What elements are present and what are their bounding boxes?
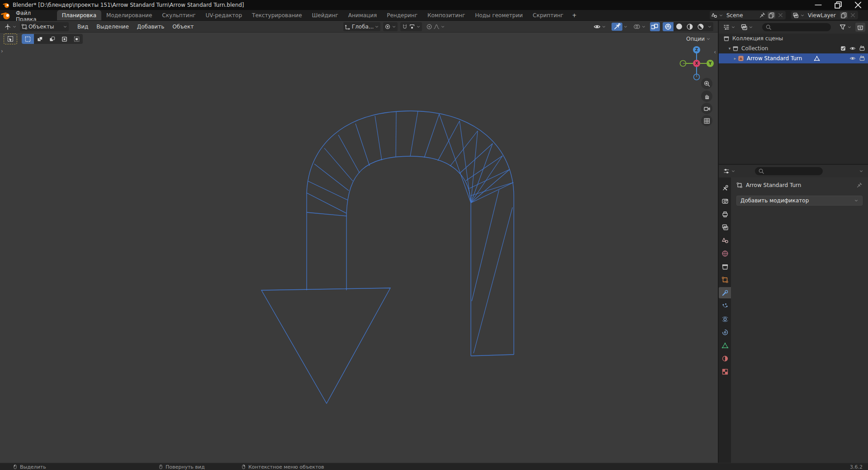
shading-wireframe-button[interactable] bbox=[663, 22, 674, 31]
texture-tab[interactable] bbox=[719, 366, 731, 377]
select-mode-set-icon[interactable] bbox=[22, 34, 34, 44]
add-workspace-button[interactable]: + bbox=[569, 10, 580, 20]
properties-editor-button[interactable] bbox=[721, 167, 737, 176]
checkbox-icon[interactable] bbox=[840, 45, 846, 52]
row-arrow-object[interactable]: ▸ Arrow Standard Turn bbox=[719, 53, 868, 63]
workspace-tab-Моделирование[interactable]: Моделирование bbox=[101, 10, 157, 20]
object-label[interactable]: Arrow Standard Turn bbox=[747, 55, 802, 62]
tool-tab[interactable] bbox=[719, 182, 731, 193]
filter-button[interactable] bbox=[838, 23, 853, 32]
active-tool-box-select[interactable] bbox=[4, 34, 17, 44]
mode-selector[interactable]: Объекты bbox=[20, 22, 69, 31]
copy-icon[interactable] bbox=[840, 12, 848, 19]
snap-toggle[interactable] bbox=[400, 22, 422, 31]
physics-tab[interactable] bbox=[719, 313, 731, 325]
disclosure-open-icon[interactable]: ▾ bbox=[727, 46, 732, 51]
sidebar-toggle-icon[interactable]: ‹ bbox=[714, 49, 716, 55]
material-tab[interactable] bbox=[719, 353, 731, 364]
constraints-tab[interactable] bbox=[719, 326, 731, 338]
display-mode-button[interactable] bbox=[739, 23, 754, 32]
eye-icon[interactable] bbox=[849, 55, 856, 62]
workspace-tab-Скульптинг[interactable]: Скульптинг bbox=[157, 10, 200, 20]
workspace-tab-Скриптинг[interactable]: Скриптинг bbox=[528, 10, 569, 20]
restore-button[interactable] bbox=[828, 0, 848, 10]
breadcrumb-object-name[interactable]: Arrow Standard Turn bbox=[746, 182, 801, 188]
view-layer-selector[interactable]: ViewLayer bbox=[791, 11, 858, 19]
pin-icon[interactable] bbox=[759, 12, 766, 19]
options-dropdown[interactable]: Опции bbox=[686, 36, 714, 42]
select-mode-invert-icon[interactable] bbox=[58, 34, 71, 44]
shading-dropdown[interactable] bbox=[706, 22, 713, 31]
view-layer-name[interactable]: ViewLayer bbox=[806, 12, 839, 19]
render-tab[interactable] bbox=[719, 195, 731, 206]
camera-view-button[interactable] bbox=[701, 103, 712, 114]
workspace-tab-Текстурирование[interactable]: Текстурирование bbox=[247, 10, 307, 20]
viewport-menu-Добавить[interactable]: Добавить bbox=[133, 24, 168, 30]
workspace-tab-Рендеринг[interactable]: Рендеринг bbox=[382, 10, 422, 20]
collection-label[interactable]: Collection bbox=[741, 45, 768, 52]
shading-rendered-button[interactable] bbox=[695, 22, 706, 31]
scene-name[interactable]: Scene bbox=[725, 12, 757, 19]
blender-menu-icon[interactable] bbox=[0, 10, 12, 20]
gizmos-icon[interactable] bbox=[612, 23, 622, 31]
close-button[interactable] bbox=[848, 0, 868, 10]
scene-collection-label[interactable]: Коллекция сцены bbox=[732, 35, 783, 42]
add-modifier-dropdown[interactable]: Добавить модификатор bbox=[736, 196, 863, 206]
viewport-menu-Объект[interactable]: Объект bbox=[168, 24, 198, 30]
particles-tab[interactable] bbox=[719, 300, 731, 312]
workspace-tab-Анимация[interactable]: Анимация bbox=[343, 10, 382, 20]
object-tab[interactable] bbox=[719, 274, 731, 285]
shading-solid-button[interactable] bbox=[674, 22, 684, 31]
workspace-tab-Шейдинг[interactable]: Шейдинг bbox=[307, 10, 343, 20]
minimize-button[interactable] bbox=[808, 0, 828, 10]
zoom-button[interactable] bbox=[701, 78, 712, 89]
modifiers-tab[interactable] bbox=[719, 287, 731, 298]
data-tab[interactable] bbox=[719, 340, 731, 351]
disclosure-closed-icon[interactable]: ▸ bbox=[732, 56, 738, 61]
world-tab[interactable] bbox=[719, 248, 731, 259]
output-tab[interactable] bbox=[719, 208, 731, 220]
right-column: Коллекция сцены ▾ Collection ▸ Arrow Sta… bbox=[718, 21, 868, 463]
proportional-edit-toggle[interactable] bbox=[425, 22, 446, 31]
row-collection[interactable]: ▾ Collection bbox=[719, 43, 868, 53]
workspace-tab-UV-редактор[interactable]: UV-редактор bbox=[201, 10, 247, 20]
camera-icon[interactable] bbox=[859, 55, 865, 62]
copy-icon[interactable] bbox=[768, 12, 775, 19]
select-mode-subtract-icon[interactable] bbox=[46, 34, 58, 44]
orientation-selector[interactable]: Глоба... bbox=[343, 22, 381, 31]
overlays-dropdown[interactable] bbox=[632, 22, 647, 31]
properties-search-input[interactable] bbox=[755, 167, 823, 175]
ortho-toggle-button[interactable] bbox=[701, 115, 712, 126]
viewport-menu-Выделение[interactable]: Выделение bbox=[92, 24, 133, 30]
xray-toggle[interactable] bbox=[650, 22, 660, 31]
outliner-search-input[interactable] bbox=[762, 23, 831, 31]
camera-icon[interactable] bbox=[859, 45, 865, 52]
view-layer-tab[interactable] bbox=[719, 221, 731, 233]
pan-button[interactable] bbox=[701, 91, 712, 102]
select-mode-intersect-icon[interactable] bbox=[71, 34, 83, 44]
menu-Файл[interactable]: Файл bbox=[12, 10, 51, 16]
eye-icon[interactable] bbox=[849, 45, 856, 52]
viewport-menu-Вид[interactable]: Вид bbox=[73, 24, 92, 30]
chevron-down-icon[interactable] bbox=[859, 169, 863, 173]
pivot-selector[interactable] bbox=[383, 22, 398, 31]
pin-icon[interactable] bbox=[856, 182, 863, 188]
viewport-canvas[interactable]: ZYX ‹ › bbox=[0, 45, 718, 463]
workspace-tab-Планировка[interactable]: Планировка bbox=[57, 10, 101, 20]
workspace-tab-Композитинг[interactable]: Композитинг bbox=[422, 10, 470, 20]
navigation-gizmo[interactable]: ZYX bbox=[677, 45, 718, 84]
shading-material-button[interactable] bbox=[684, 22, 695, 31]
editor-type-button[interactable] bbox=[3, 22, 18, 31]
row-scene-collection[interactable]: Коллекция сцены bbox=[719, 34, 868, 43]
collection-tab[interactable] bbox=[719, 261, 731, 272]
visibility-dropdown[interactable] bbox=[592, 22, 607, 31]
toolbar-toggle-icon[interactable]: › bbox=[1, 48, 3, 54]
scene-tab[interactable] bbox=[719, 235, 731, 246]
workspace-tab-Ноды геометрии[interactable]: Ноды геометрии bbox=[470, 10, 528, 20]
viewport-3d[interactable]: Объекты ВидВыделениеДобавитьОбъект Глоба… bbox=[0, 21, 718, 463]
new-collection-button[interactable] bbox=[855, 23, 865, 32]
gizmos-dropdown[interactable] bbox=[610, 22, 629, 31]
select-mode-extend-icon[interactable] bbox=[34, 34, 46, 44]
scene-selector[interactable]: Scene bbox=[710, 11, 786, 19]
outliner-editor-button[interactable] bbox=[721, 23, 737, 32]
